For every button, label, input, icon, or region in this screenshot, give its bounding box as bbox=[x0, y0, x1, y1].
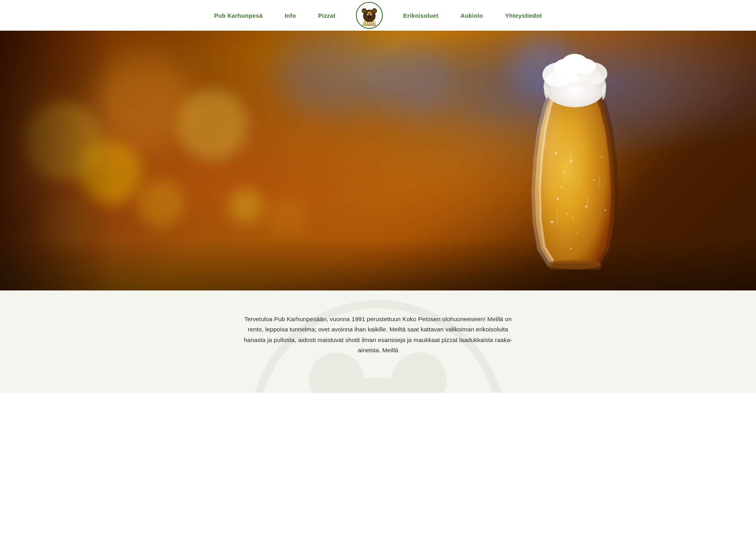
svg-point-21 bbox=[562, 171, 564, 173]
bokeh-3 bbox=[138, 180, 185, 227]
svg-point-24 bbox=[561, 187, 563, 189]
main-nav: Pub Karhunpesä Info Pizzat bbox=[203, 0, 553, 31]
nav-erikoisoluet[interactable]: Erikoisoluet bbox=[392, 12, 449, 19]
svg-point-26 bbox=[578, 183, 580, 185]
site-logo[interactable]: KARHUNPESÄ bbox=[354, 0, 385, 31]
svg-point-23 bbox=[567, 213, 568, 215]
svg-point-28 bbox=[593, 179, 595, 181]
nav-aukiolo[interactable]: Aukiolo bbox=[450, 12, 494, 19]
svg-point-17 bbox=[369, 23, 370, 24]
svg-point-53 bbox=[309, 353, 364, 393]
svg-point-47 bbox=[576, 233, 577, 234]
bokeh-11 bbox=[268, 196, 307, 235]
svg-point-31 bbox=[604, 209, 606, 211]
beer-glass bbox=[488, 39, 662, 290]
svg-point-10 bbox=[368, 16, 371, 18]
svg-point-55 bbox=[320, 377, 436, 393]
svg-point-54 bbox=[392, 353, 447, 393]
content-section: KARHUNPESÄ Tervetuloa Pub Karhunpesään, … bbox=[0, 290, 756, 393]
nav-pizzat[interactable]: Pizzat bbox=[307, 12, 346, 19]
svg-point-50 bbox=[573, 187, 575, 188]
svg-point-51 bbox=[580, 174, 581, 175]
svg-rect-12 bbox=[368, 11, 371, 14]
svg-point-9 bbox=[371, 15, 371, 15]
nav-pub-karhunpesa[interactable]: Pub Karhunpesä bbox=[203, 12, 274, 19]
hero-section bbox=[0, 31, 756, 290]
svg-point-5 bbox=[373, 9, 376, 12]
svg-rect-13 bbox=[371, 12, 372, 13]
svg-point-4 bbox=[363, 9, 366, 12]
bokeh-8 bbox=[374, 39, 453, 117]
header: Pub Karhunpesä Info Pizzat bbox=[0, 0, 756, 31]
svg-point-27 bbox=[585, 205, 587, 208]
nav-yhteystiedot[interactable]: Yhteystiedot bbox=[494, 12, 553, 19]
svg-point-15 bbox=[365, 22, 366, 24]
svg-point-45 bbox=[561, 54, 588, 73]
bokeh-5 bbox=[228, 188, 264, 224]
svg-point-46 bbox=[570, 248, 572, 249]
svg-point-19 bbox=[372, 22, 374, 24]
svg-point-29 bbox=[601, 156, 602, 158]
svg-point-8 bbox=[367, 15, 368, 15]
svg-point-48 bbox=[572, 217, 574, 219]
svg-rect-38 bbox=[549, 262, 601, 269]
intro-paragraph: Tervetuloa Pub Karhunpesään, vuonna 1991… bbox=[236, 314, 520, 355]
svg-point-49 bbox=[578, 202, 579, 203]
nav-info[interactable]: Info bbox=[274, 12, 307, 19]
